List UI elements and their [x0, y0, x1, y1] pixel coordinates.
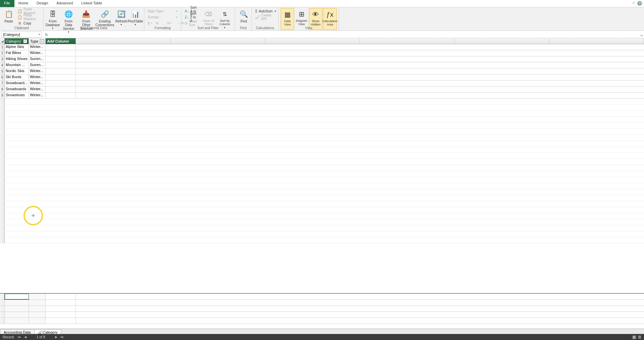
- create-kpi-button[interactable]: 📈Create KPI: [254, 14, 276, 20]
- increase-decimal-icon: .00→: [166, 21, 174, 25]
- cell-type[interactable]: Winter...: [29, 80, 46, 86]
- percent-icon: %: [156, 21, 159, 25]
- minimize-ribbon-icon[interactable]: ^: [633, 1, 635, 6]
- column-header-row: Category ▾ Type ▾ Add Column: [0, 38, 644, 44]
- row-header[interactable]: 2: [0, 50, 5, 56]
- table-row[interactable]: 1Alpine SkisWinter...: [0, 44, 644, 50]
- grid-body[interactable]: 1Alpine SkisWinter...2Fat BikesWinter...…: [0, 44, 644, 293]
- empty-row: [0, 141, 644, 147]
- table-row[interactable]: 8SnowboardsWinter...: [0, 87, 644, 93]
- table-row[interactable]: 6Ski BootsWinter...: [0, 74, 644, 80]
- from-data-service-button[interactable]: 🌐From Data Service▾: [60, 8, 77, 34]
- autosum-icon: Σ: [255, 9, 258, 13]
- paste-replace-button[interactable]: 📋Paste Replace: [16, 14, 41, 20]
- table-row[interactable]: 9SnowshoesWinter...: [0, 93, 644, 99]
- summary-cell-selected[interactable]: [5, 294, 29, 299]
- dropdown-icon: ▾: [275, 10, 276, 13]
- currency-button[interactable]: $▾: [146, 20, 154, 26]
- row-header[interactable]: 7: [0, 80, 5, 86]
- cell-type[interactable]: Winter...: [29, 68, 46, 74]
- cell-category[interactable]: Nordic Skis: [5, 68, 29, 74]
- cell-type[interactable]: Winter...: [29, 74, 46, 80]
- tab-design[interactable]: Design: [33, 0, 52, 7]
- cell-empty[interactable]: [46, 87, 76, 92]
- filter-dropdown-icon[interactable]: ▾: [40, 39, 44, 43]
- cell-type[interactable]: Winter...: [29, 44, 46, 50]
- cell-category[interactable]: Fat Bikes: [5, 50, 29, 56]
- from-database-button[interactable]: 🗄From Database▾: [46, 8, 60, 34]
- tab-linked-table[interactable]: Linked Table: [77, 0, 106, 7]
- column-header-type[interactable]: Type ▾: [29, 38, 46, 44]
- cell-category[interactable]: Snowshoes: [5, 93, 29, 98]
- cell-category[interactable]: Snowboard...: [5, 80, 29, 86]
- cell-type[interactable]: Summ...: [29, 62, 46, 68]
- tab-file[interactable]: File: [0, 0, 14, 7]
- record-last-button[interactable]: ⏭: [61, 335, 64, 339]
- help-icon[interactable]: ?: [637, 1, 642, 6]
- cell-empty[interactable]: [46, 68, 76, 74]
- dropdown-icon: ▾: [176, 16, 178, 19]
- cell-category[interactable]: Ski Boots: [5, 74, 29, 80]
- cell-empty[interactable]: [46, 74, 76, 80]
- tab-home[interactable]: Home: [14, 0, 33, 7]
- clear-sort-button[interactable]: ⊘Clear Sort: [183, 20, 200, 26]
- record-next-button[interactable]: ▶: [55, 335, 57, 339]
- row-header[interactable]: 4: [0, 62, 5, 68]
- empty-column: [171, 38, 265, 44]
- show-hidden-label: Show Hidden: [311, 20, 321, 26]
- table-row[interactable]: 7Snowboard...Winter...: [0, 80, 644, 87]
- grid-view-icon[interactable]: ▦: [632, 335, 636, 339]
- filter-dropdown-icon[interactable]: ▾: [23, 39, 27, 43]
- cell-empty[interactable]: [46, 50, 76, 56]
- diagram-view-icon[interactable]: ⊞: [638, 335, 641, 339]
- table-row[interactable]: 3Hiking ShoesSumm...: [0, 56, 644, 62]
- record-first-button[interactable]: ⏮: [18, 335, 21, 339]
- name-box[interactable]: [Category] ▾: [1, 32, 42, 38]
- cell-empty[interactable]: [46, 62, 76, 68]
- refresh-button[interactable]: 🔄Refresh▾: [114, 8, 128, 34]
- cell-category[interactable]: Hiking Shoes: [5, 56, 29, 62]
- cell-category[interactable]: Mountain ...: [5, 62, 29, 68]
- table-row[interactable]: 2Fat BikesWinter...: [0, 50, 644, 56]
- select-all-corner[interactable]: [0, 38, 5, 44]
- cell-empty[interactable]: [46, 93, 76, 98]
- record-prev-button[interactable]: ◀: [24, 335, 27, 339]
- find-group-label: Find: [235, 26, 251, 30]
- comma-button[interactable]: ,: [160, 20, 164, 26]
- add-column-header[interactable]: Add Column: [46, 38, 76, 44]
- sort-filter-group-label: Sort and Filter: [181, 26, 235, 30]
- column-header-category[interactable]: Category ▾: [5, 38, 29, 44]
- cell-type[interactable]: Summ...: [29, 56, 46, 62]
- pivottable-button[interactable]: 📊PivotTable▾: [129, 8, 142, 34]
- copy-label: Copy: [24, 21, 31, 25]
- percent-button[interactable]: %: [154, 20, 160, 26]
- row-header[interactable]: 1: [0, 44, 5, 50]
- row-header[interactable]: 6: [0, 74, 5, 80]
- cell-type[interactable]: Winter...: [29, 93, 46, 98]
- cell-empty[interactable]: [46, 80, 76, 86]
- increase-decimal-button[interactable]: .00→: [165, 20, 175, 26]
- data-type-dropdown[interactable]: Data Type :▾: [146, 8, 179, 14]
- summary-cell[interactable]: [46, 294, 76, 299]
- row-header[interactable]: 3: [0, 56, 5, 62]
- dropdown-icon[interactable]: ▾: [39, 33, 40, 36]
- tab-advanced[interactable]: Advanced: [52, 0, 77, 7]
- row-header[interactable]: 5: [0, 68, 5, 74]
- empty-row: [0, 201, 644, 207]
- format-dropdown[interactable]: Format :▾: [146, 14, 179, 20]
- from-other-sources-button[interactable]: 📥From Other Sources: [78, 8, 95, 34]
- table-row[interactable]: 4Mountain ...Summ...: [0, 62, 644, 68]
- cell-empty[interactable]: [46, 44, 76, 50]
- summary-cell[interactable]: [29, 294, 46, 299]
- cell-empty[interactable]: [46, 56, 76, 62]
- table-row[interactable]: 5Nordic SkisWinter...: [0, 68, 644, 74]
- cell-type[interactable]: Winter...: [29, 87, 46, 92]
- cell-type[interactable]: Winter...: [29, 50, 46, 56]
- expand-formula-bar-icon[interactable]: ⌄: [639, 31, 644, 38]
- cell-category[interactable]: Alpine Skis: [5, 44, 29, 50]
- row-header[interactable]: 9: [0, 93, 5, 98]
- existing-connections-button[interactable]: 🔗Existing Connections: [96, 8, 114, 34]
- row-header[interactable]: 8: [0, 87, 5, 92]
- copy-button[interactable]: ⎘Copy: [16, 20, 41, 26]
- cell-category[interactable]: Snowboards: [5, 87, 29, 92]
